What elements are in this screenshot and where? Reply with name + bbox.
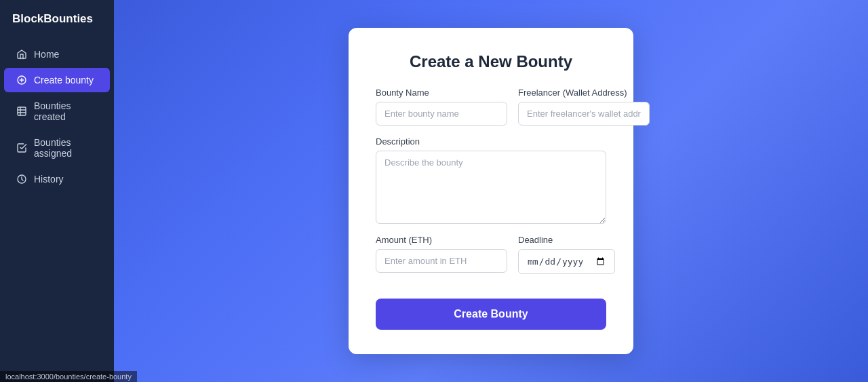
- sidebar-item-create-bounty-label: Create bounty: [34, 75, 94, 85]
- status-bar: localhost:3000/bounties/create-bounty: [0, 371, 137, 382]
- history-icon: [16, 174, 27, 185]
- sidebar-item-home[interactable]: Home: [4, 42, 110, 66]
- sidebar-nav: Home Create bounty Bounties created: [0, 42, 114, 191]
- form-group-description: Description: [376, 136, 606, 224]
- create-bounty-button[interactable]: Create Bounty: [376, 299, 606, 330]
- sidebar-item-home-label: Home: [34, 49, 59, 60]
- bounty-name-label: Bounty Name: [376, 88, 507, 98]
- amount-input[interactable]: [376, 249, 507, 273]
- form-row-amount-deadline: Amount (ETH) Deadline: [376, 235, 606, 274]
- main-content: Create a New Bounty Bounty Name Freelanc…: [114, 0, 868, 382]
- create-bounty-card: Create a New Bounty Bounty Name Freelanc…: [349, 28, 633, 354]
- form-group-bounty-name: Bounty Name: [376, 88, 507, 126]
- description-textarea[interactable]: [376, 151, 606, 224]
- form-row-name-freelancer: Bounty Name Freelancer (Wallet Address): [376, 88, 606, 126]
- form-group-amount: Amount (ETH): [376, 235, 507, 274]
- bounties-created-icon: [16, 106, 27, 117]
- sidebar-item-bounties-assigned[interactable]: Bounties assigned: [4, 130, 110, 166]
- app-logo: BlockBounties: [0, 12, 114, 42]
- bounties-assigned-icon: [16, 142, 27, 153]
- sidebar-item-bounties-created[interactable]: Bounties created: [4, 94, 110, 129]
- form-group-freelancer: Freelancer (Wallet Address): [518, 88, 650, 126]
- create-icon: [16, 75, 27, 85]
- bounty-name-input[interactable]: [376, 102, 507, 126]
- description-label: Description: [376, 136, 606, 147]
- amount-label: Amount (ETH): [376, 235, 507, 245]
- form-group-deadline: Deadline: [518, 235, 615, 274]
- freelancer-label: Freelancer (Wallet Address): [518, 88, 650, 98]
- card-title: Create a New Bounty: [376, 52, 606, 71]
- deadline-input[interactable]: [518, 249, 615, 274]
- sidebar-item-create-bounty[interactable]: Create bounty: [4, 68, 110, 92]
- svg-rect-3: [18, 107, 26, 115]
- deadline-label: Deadline: [518, 235, 615, 245]
- home-icon: [16, 49, 27, 60]
- sidebar-item-bounties-assigned-label: Bounties assigned: [34, 137, 98, 159]
- form-row-description: Description: [376, 136, 606, 224]
- sidebar-item-history-label: History: [34, 174, 64, 185]
- sidebar-item-bounties-created-label: Bounties created: [34, 100, 98, 122]
- sidebar-item-history[interactable]: History: [4, 167, 110, 191]
- sidebar: BlockBounties Home Create bounty: [0, 0, 114, 382]
- freelancer-wallet-input[interactable]: [518, 102, 650, 126]
